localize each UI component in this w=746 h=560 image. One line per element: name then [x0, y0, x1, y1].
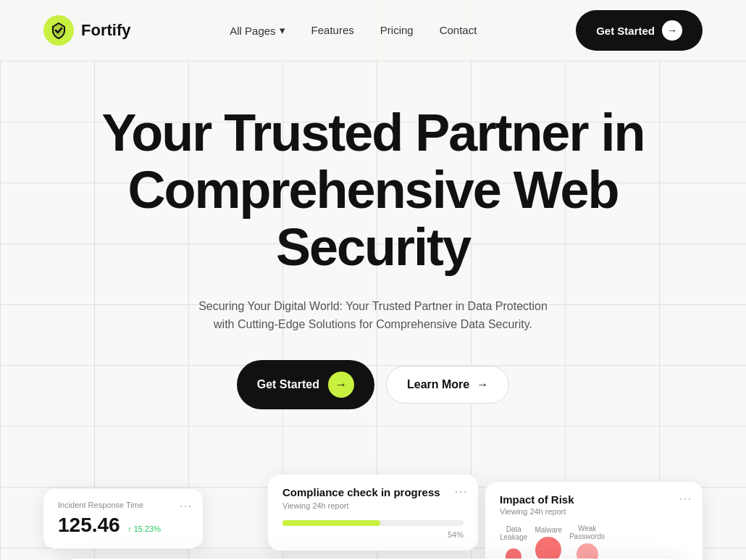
brand-logo[interactable]: Fortify	[43, 15, 130, 46]
hero-secondary-arrow-icon: →	[477, 378, 488, 391]
risk-bubble-malware: Malware	[535, 526, 562, 560]
navbar: Fortify All Pages ▾ Features Pricing Con…	[0, 0, 746, 61]
risk-bubble-passwords: WeakPasswords	[569, 525, 605, 560]
compliance-card: ⋯ Compliance check in progress Viewing 2…	[268, 475, 478, 551]
incident-card-value: 125.46	[58, 514, 120, 536]
brand-name: Fortify	[81, 21, 130, 40]
risk-card-subtitle: Viewing 24h report	[500, 507, 688, 516]
risk-card: ⋯ Impact of Risk Viewing 24h report Data…	[485, 482, 703, 560]
nav-pricing[interactable]: Pricing	[380, 24, 414, 36]
compliance-card-dots: ⋯	[454, 483, 468, 499]
risk-bubbles: DataLeakage Malware WeakPasswords	[500, 525, 688, 560]
chevron-down-icon: ▾	[280, 24, 285, 37]
hero-get-started-button[interactable]: Get Started →	[237, 360, 374, 409]
risk-card-title: Impact of Risk	[500, 493, 688, 506]
hero-buttons: Get Started → Learn More →	[43, 360, 703, 409]
risk-bubble-leakage: DataLeakage	[500, 525, 527, 560]
compliance-card-title: Compliance check in progress	[282, 486, 464, 498]
nav-all-pages[interactable]: All Pages ▾	[230, 24, 285, 37]
bubble-malware-circle	[535, 537, 561, 560]
compliance-progress-bg	[282, 520, 464, 526]
hero-learn-more-button[interactable]: Learn More →	[386, 366, 509, 404]
risk-card-dots: ⋯	[679, 490, 692, 506]
compliance-progress-label: 54%	[282, 530, 464, 539]
compliance-progress-fill	[282, 520, 380, 526]
nav-contact[interactable]: Contact	[440, 24, 477, 36]
bubble-passwords-circle	[577, 543, 598, 560]
incident-card-label: Incident Response Time	[58, 501, 188, 509]
nav-get-started-button[interactable]: Get Started →	[576, 10, 703, 51]
compliance-card-subtitle: Viewing 24h report	[282, 501, 464, 510]
incident-card: ⋯ Incident Response Time 125.46 ↑ 15.23%	[43, 489, 203, 548]
hero-subtitle: Securing Your Digital World: Your Truste…	[192, 297, 554, 334]
incident-card-change: ↑ 15.23%	[127, 525, 161, 533]
nav-links: All Pages ▾ Features Pricing Contact	[230, 24, 477, 37]
hero-title: Your Trusted Partner in Comprehensive We…	[83, 104, 663, 277]
incident-card-dots: ⋯	[179, 498, 193, 514]
hero-primary-arrow-icon: →	[328, 372, 354, 398]
hero-section: Your Trusted Partner in Comprehensive We…	[0, 61, 746, 475]
fortify-logo-icon	[43, 15, 74, 46]
nav-features[interactable]: Features	[311, 24, 354, 36]
dashboard-preview: ⋯ Incident Response Time 125.46 ↑ 15.23%…	[43, 475, 703, 560]
nav-cta-arrow-icon: →	[662, 20, 682, 41]
